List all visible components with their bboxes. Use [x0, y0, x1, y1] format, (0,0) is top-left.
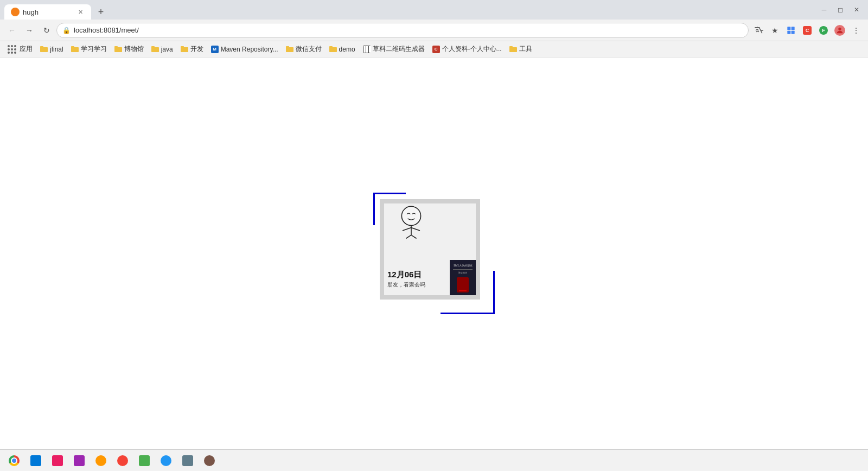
address-text: localhost:8081/meet/	[74, 26, 743, 34]
folder-icon	[151, 46, 159, 52]
thumb-book-icon	[457, 277, 469, 292]
taskbar-item-5[interactable]	[91, 451, 111, 470]
menu-button[interactable]: ⋮	[848, 23, 864, 38]
taskbar-item-10[interactable]	[200, 451, 219, 470]
folder-icon	[71, 46, 79, 52]
taskbar-item-9[interactable]	[178, 451, 197, 470]
taskbar-item-4[interactable]	[69, 451, 89, 470]
thumb-subtitle-text: 聚会邀请	[458, 271, 467, 274]
card-content: 12月06日 朋友，看聚会吗 我们大伙的朋友 聚会邀请	[384, 203, 476, 295]
bookmark-label: java	[161, 46, 173, 53]
bookmark-study[interactable]: 学习学习	[68, 43, 110, 55]
extension3-icon[interactable]: F	[816, 23, 831, 38]
restore-button[interactable]: ◻	[833, 5, 847, 15]
svg-line-8	[411, 228, 420, 231]
bookmark-maven[interactable]: M Maven Repository...	[208, 44, 282, 54]
tab-favicon	[11, 8, 20, 16]
chrome-icon	[9, 455, 20, 466]
address-bar[interactable]: 🔒 localhost:8081/meet/	[56, 23, 749, 38]
folder-icon	[509, 46, 517, 52]
svg-line-10	[411, 235, 417, 238]
new-tab-button[interactable]: +	[93, 4, 108, 20]
taskbar-item-7[interactable]	[135, 451, 154, 470]
svg-rect-0	[787, 27, 790, 30]
taskbar-icon-6	[117, 455, 128, 466]
tab-bar: hugh ✕ +	[4, 0, 108, 20]
bookmark-wechat[interactable]: 微信支付	[283, 43, 325, 55]
card-subtitle: 朋友，看聚会吗	[387, 281, 425, 289]
bookmark-jfinal[interactable]: jfinal	[37, 44, 67, 54]
apps-grid-icon	[8, 45, 16, 54]
bookmark-dev[interactable]: 开发	[177, 43, 207, 55]
taskbar-icon-2	[30, 455, 41, 466]
card-text-block: 12月06日 朋友，看聚会吗	[387, 270, 425, 289]
bookmark-star-icon[interactable]: ★	[767, 23, 782, 38]
taskbar-icon-8	[161, 455, 171, 466]
extension1-icon[interactable]	[783, 23, 799, 38]
profile-avatar[interactable]	[832, 23, 847, 38]
taskbar-chrome[interactable]	[4, 451, 24, 470]
svg-rect-1	[792, 27, 795, 30]
thumb-book-strip	[459, 290, 467, 291]
bookmark-label: 工具	[519, 44, 532, 54]
thumb-divider	[453, 269, 472, 270]
svg-point-4	[838, 27, 841, 30]
apps-label: 应用	[20, 44, 33, 54]
card-thumbnail: 我们大伙的朋友 聚会邀请	[450, 260, 476, 295]
profile-favicon: C	[432, 46, 440, 53]
bookmarks-bar: 应用 jfinal 学习学习 博物馆 java 开发 M Maven Repos…	[0, 41, 868, 58]
apps-bookmark[interactable]: 应用	[4, 43, 36, 55]
folder-icon	[40, 46, 48, 52]
bookmark-demo[interactable]: demo	[326, 44, 359, 54]
taskbar-icon-5	[95, 455, 106, 466]
close-button[interactable]: ✕	[850, 5, 864, 15]
taskbar-icon-7	[139, 455, 150, 466]
qrcode-favicon	[363, 46, 371, 53]
bookmark-qrcode[interactable]: 草料二维码生成器	[360, 43, 428, 55]
taskbar-item-8[interactable]	[156, 451, 176, 470]
svg-rect-3	[792, 30, 795, 34]
main-content: 12月06日 朋友，看聚会吗 我们大伙的朋友 聚会邀请	[0, 58, 868, 449]
maven-favicon: M	[211, 46, 219, 53]
folder-icon	[286, 46, 293, 52]
taskbar-item-2[interactable]	[26, 451, 46, 470]
back-button[interactable]: ←	[4, 23, 20, 38]
svg-rect-2	[787, 30, 790, 34]
folder-icon	[114, 46, 122, 52]
bookmark-profile[interactable]: C 个人资料-个人中心...	[429, 43, 505, 55]
nav-bar: ← → ↻ 🔒 localhost:8081/meet/ ★ C F	[0, 20, 868, 41]
active-tab[interactable]: hugh ✕	[4, 4, 91, 20]
bookmark-label: Maven Repository...	[221, 46, 278, 53]
folder-icon	[329, 46, 337, 52]
translate-icon[interactable]	[751, 23, 766, 38]
taskbar-item-3[interactable]	[48, 451, 67, 470]
browser-window: hugh ✕ + ─ ◻ ✕ ← → ↻ 🔒 localhost:8081/me…	[0, 0, 868, 471]
title-bar: hugh ✕ + ─ ◻ ✕	[0, 0, 868, 20]
bookmark-tools[interactable]: 工具	[506, 43, 535, 55]
tab-title: hugh	[23, 8, 73, 16]
reload-button[interactable]: ↻	[39, 23, 54, 38]
taskbar-icon-9	[182, 455, 193, 466]
forward-button[interactable]: →	[22, 23, 37, 38]
svg-line-7	[403, 228, 411, 231]
card-container: 12月06日 朋友，看聚会吗 我们大伙的朋友 聚会邀请	[380, 199, 488, 308]
taskbar-icon-3	[52, 455, 63, 466]
bookmark-label: 开发	[190, 44, 203, 54]
bookmark-label: 个人资料-个人中心...	[442, 44, 502, 54]
taskbar-item-6[interactable]	[113, 451, 132, 470]
card-inner: 12月06日 朋友，看聚会吗 我们大伙的朋友 聚会邀请	[380, 199, 480, 300]
tab-close-button[interactable]: ✕	[76, 8, 85, 16]
card-date: 12月06日	[387, 270, 425, 280]
folder-icon	[181, 46, 188, 52]
bookmark-label: 微信支付	[296, 44, 322, 54]
taskbar-icon-4	[74, 455, 85, 466]
bookmark-label: demo	[339, 46, 355, 53]
extension2-icon[interactable]: C	[800, 23, 815, 38]
window-controls: ─ ◻ ✕	[817, 5, 864, 15]
minimize-button[interactable]: ─	[817, 5, 831, 15]
svg-point-5	[401, 206, 420, 225]
bookmark-museum[interactable]: 博物馆	[111, 43, 147, 55]
bookmark-label: 学习学习	[81, 44, 107, 54]
bookmark-java[interactable]: java	[148, 44, 176, 54]
svg-line-9	[406, 235, 411, 238]
